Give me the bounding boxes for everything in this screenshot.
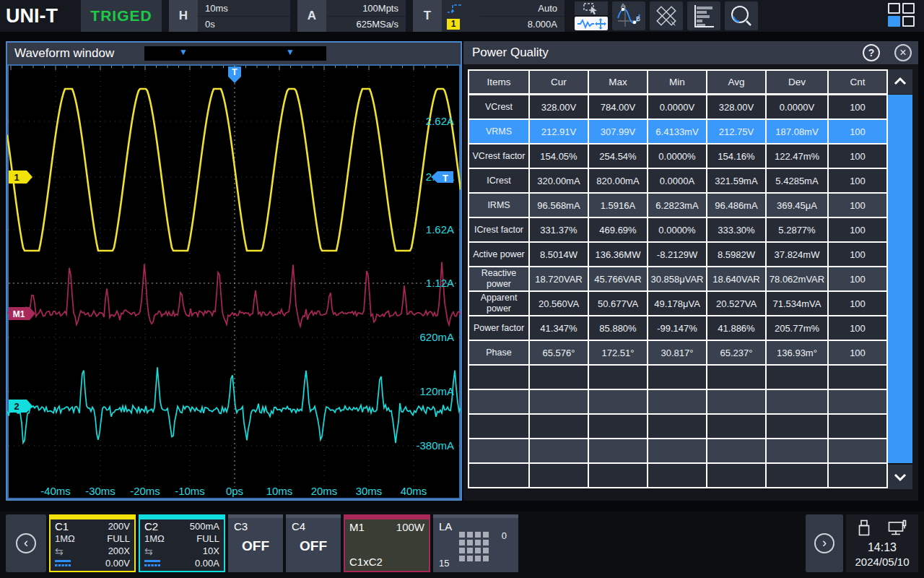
histogram-button[interactable] (687, 1, 720, 30)
waveform-display[interactable]: 2.62A2.12A1.62A1.12A620mA120mA-380mA-40m… (7, 64, 461, 499)
position-marker-icon[interactable]: ▼ (179, 47, 188, 57)
pq-value-cell[interactable]: 18.640VAR (707, 267, 765, 290)
pq-value-cell[interactable]: 50.677VA (589, 292, 647, 315)
pq-item-cell[interactable]: IRMS (469, 194, 528, 217)
pq-value-cell[interactable]: 45.766VAR (589, 267, 647, 290)
position-marker-icon[interactable]: ▼ (286, 47, 295, 57)
pq-value-cell[interactable]: 8.5014W (530, 243, 588, 266)
pq-value-cell[interactable]: 100 (829, 120, 886, 143)
pq-item-cell[interactable]: ICrest factor (469, 218, 528, 241)
pq-value-cell[interactable]: 100 (829, 316, 886, 340)
waveform-move-icon[interactable] (575, 17, 608, 30)
pq-item-cell[interactable]: VRMS (469, 120, 528, 143)
pq-value-cell[interactable]: 331.37% (530, 218, 588, 241)
pq-value-cell[interactable]: 254.54% (589, 144, 647, 168)
channel-c4-card[interactable]: C4 OFF (286, 514, 341, 572)
pq-value-cell[interactable]: 96.486mA (707, 194, 765, 217)
channel-c1-card[interactable]: C1 200V 1MΩ FULL ⇆ 200X 0.00V (49, 514, 136, 572)
pq-value-cell[interactable]: 0.0000V (648, 95, 706, 118)
pq-item-cell[interactable]: VCrest (469, 95, 528, 118)
pq-item-cell[interactable]: Power factor (469, 316, 528, 340)
position-indicator-strip[interactable]: ▼ ▼ (144, 46, 326, 61)
pq-item-cell[interactable]: VCrest factor (469, 144, 528, 168)
horizontal-settings-block[interactable]: H 10ms 0s (169, 0, 290, 32)
pq-value-cell[interactable]: 328.00V (707, 95, 765, 118)
pq-value-cell[interactable]: 6.4133mV (648, 120, 706, 143)
scroll-down-icon[interactable] (888, 465, 912, 489)
table-scrollbar[interactable] (888, 69, 912, 489)
pq-value-cell[interactable]: 100 (829, 243, 886, 266)
pq-value-cell[interactable]: 333.30% (707, 218, 765, 241)
zoom-tool-button[interactable] (725, 1, 758, 30)
channel-bar-next-button[interactable]: › (806, 514, 843, 572)
pq-value-cell[interactable]: 96.568mA (530, 194, 588, 217)
pq-value-cell[interactable]: 172.51° (589, 341, 647, 364)
pq-value-cell[interactable]: 328.00V (530, 95, 588, 118)
close-icon[interactable]: × (894, 44, 912, 61)
pq-value-cell[interactable]: 18.720VAR (530, 267, 588, 290)
logic-analyzer-card[interactable]: LA 0 15 (433, 514, 518, 572)
pq-value-cell[interactable]: 784.00V (589, 95, 647, 118)
trigger-settings-block[interactable]: T 1 Auto 8.000A (413, 0, 565, 32)
pq-value-cell[interactable]: 469.69% (589, 218, 647, 241)
channel-c3-card[interactable]: C3 OFF (228, 514, 283, 572)
window-layout-button[interactable] (888, 3, 917, 29)
pq-value-cell[interactable]: 0.0000% (648, 218, 706, 241)
pq-value-cell[interactable]: 37.824mW (767, 243, 827, 266)
pq-value-cell[interactable]: 20.527VA (707, 292, 765, 315)
pq-value-cell[interactable]: 154.16% (707, 144, 765, 168)
pq-value-cell[interactable]: 65.237° (707, 341, 765, 364)
pq-value-cell[interactable]: 30.858μVAR (648, 267, 706, 290)
pq-value-cell[interactable]: 5.4285mA (767, 169, 827, 192)
pq-value-cell[interactable]: 187.08mV (767, 120, 827, 143)
pq-item-cell[interactable]: Apparent power (469, 292, 528, 315)
measure-tools-button[interactable] (650, 1, 683, 30)
scroll-up-icon[interactable] (888, 69, 912, 94)
pq-value-cell[interactable]: 212.91V (530, 120, 588, 143)
pq-value-cell[interactable]: 100 (829, 95, 886, 118)
pq-value-cell[interactable]: 20.560VA (530, 292, 588, 315)
power-quality-titlebar[interactable]: Power Quality ? × (463, 41, 918, 64)
pq-value-cell[interactable]: 85.880% (589, 316, 647, 340)
pq-value-cell[interactable]: 136.36MW (589, 243, 647, 266)
select-move-tool-button[interactable] (575, 1, 608, 30)
pq-value-cell[interactable]: 78.062mVAR (767, 267, 827, 290)
pq-item-cell[interactable]: Reactive power (469, 267, 528, 290)
pq-value-cell[interactable]: 100 (829, 218, 886, 241)
pq-value-cell[interactable]: 320.00mA (530, 169, 588, 192)
pq-value-cell[interactable]: 820.00mA (589, 169, 647, 192)
pq-value-cell[interactable]: 6.2823mA (648, 194, 706, 217)
pq-value-cell[interactable]: -8.2129W (648, 243, 706, 266)
pq-value-cell[interactable]: 5.2877% (767, 218, 827, 241)
pq-value-cell[interactable]: -99.147% (648, 316, 706, 340)
pq-value-cell[interactable]: 212.75V (707, 120, 765, 143)
pq-value-cell[interactable]: 205.77m% (767, 316, 827, 340)
pq-value-cell[interactable]: 100 (829, 144, 886, 168)
pq-value-cell[interactable]: 122.47m% (767, 144, 827, 168)
pq-value-cell[interactable]: 65.576° (530, 341, 588, 364)
pq-value-cell[interactable]: 100 (829, 194, 886, 217)
pq-value-cell[interactable]: 30.817° (648, 341, 706, 364)
pq-value-cell[interactable]: 1.5916A (589, 194, 647, 217)
pq-value-cell[interactable]: 0.0000A (648, 169, 706, 192)
scrollbar-thumb[interactable] (888, 95, 912, 463)
pq-value-cell[interactable]: 100 (829, 267, 886, 290)
pq-value-cell[interactable]: 154.05% (530, 144, 588, 168)
pq-value-cell[interactable]: 100 (829, 292, 886, 315)
pq-value-cell[interactable]: 8.5982W (707, 243, 765, 266)
pq-value-cell[interactable]: 41.347% (530, 316, 588, 340)
pq-value-cell[interactable]: 0.0000V (767, 95, 827, 118)
acquire-settings-block[interactable]: A 100Mpts 625MSa/s (297, 0, 406, 32)
pq-item-cell[interactable]: ICrest (469, 169, 528, 192)
pq-value-cell[interactable]: 369.45μA (767, 194, 827, 217)
channel-c2-card[interactable]: C2 500mA 1MΩ FULL ⇆ 10X 0.00A (139, 514, 225, 572)
select-icon[interactable] (575, 1, 608, 15)
math-m1-card[interactable]: M1 100W C1xC2 (344, 514, 430, 572)
pq-value-cell[interactable]: 321.59mA (707, 169, 765, 192)
pq-value-cell[interactable]: 0.0000% (648, 144, 706, 168)
pq-value-cell[interactable]: 100 (829, 341, 886, 364)
pq-value-cell[interactable]: 307.99V (589, 120, 647, 143)
ab-cursor-button[interactable]: A B (612, 1, 645, 30)
pq-item-cell[interactable]: Phase (469, 341, 528, 364)
pq-value-cell[interactable]: 136.93m° (767, 341, 827, 364)
